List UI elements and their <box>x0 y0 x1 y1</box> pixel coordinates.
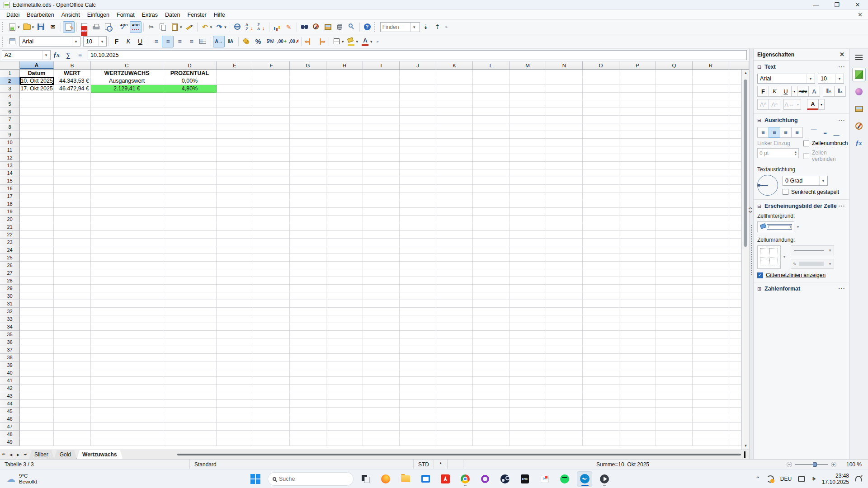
cell-F28[interactable] <box>253 277 290 285</box>
cell-O46[interactable] <box>583 415 619 423</box>
cell-A21[interactable] <box>20 223 54 231</box>
cell-P14[interactable] <box>619 169 656 177</box>
spotify-app[interactable] <box>557 471 572 487</box>
cell-Q43[interactable] <box>656 392 693 400</box>
cell-C28[interactable] <box>91 277 163 285</box>
column-header-R[interactable]: R <box>693 61 729 69</box>
cell-A32[interactable] <box>20 308 54 315</box>
cell-F43[interactable] <box>253 392 290 400</box>
cell-E45[interactable] <box>217 408 253 415</box>
cell-P27[interactable] <box>619 269 656 277</box>
cell-F11[interactable] <box>253 146 290 154</box>
cell-H25[interactable] <box>326 254 363 262</box>
cell-M6[interactable] <box>509 108 546 116</box>
cell-C22[interactable] <box>91 231 163 239</box>
cell-H23[interactable] <box>326 239 363 246</box>
cell-O36[interactable] <box>583 338 619 346</box>
cell-H20[interactable] <box>326 216 363 223</box>
cell-B13[interactable] <box>54 162 91 169</box>
cell-N25[interactable] <box>546 254 583 262</box>
cell-E48[interactable] <box>217 431 253 438</box>
cell-Q27[interactable] <box>656 269 693 277</box>
cell-F42[interactable] <box>253 385 290 392</box>
bold-button[interactable]: F <box>111 36 123 47</box>
cell-E12[interactable] <box>217 154 253 162</box>
cell-K35[interactable] <box>436 331 473 338</box>
cell-A11[interactable] <box>20 146 54 154</box>
cell-M19[interactable] <box>509 208 546 216</box>
cell-O15[interactable] <box>583 177 619 185</box>
cell-F2[interactable] <box>253 77 290 85</box>
cell-K14[interactable] <box>436 169 473 177</box>
formula-input[interactable] <box>88 51 746 60</box>
previous-sheet-button[interactable]: ◀ <box>7 450 14 459</box>
cell-J7[interactable] <box>400 116 436 123</box>
cell-I29[interactable] <box>363 285 400 292</box>
cell-M2[interactable] <box>509 77 546 85</box>
cell-B20[interactable] <box>54 216 91 223</box>
cell-K31[interactable] <box>436 300 473 308</box>
expand-icon[interactable]: ⊞ <box>757 286 763 292</box>
cell-O11[interactable] <box>583 146 619 154</box>
cell-I7[interactable] <box>363 116 400 123</box>
cell-H42[interactable] <box>326 385 363 392</box>
cell-K48[interactable] <box>436 431 473 438</box>
cell-D14[interactable] <box>163 169 217 177</box>
cell-B44[interactable] <box>54 400 91 408</box>
cell-P43[interactable] <box>619 392 656 400</box>
cell-E33[interactable] <box>217 315 253 323</box>
cell-F34[interactable] <box>253 323 290 331</box>
cell-R35[interactable] <box>693 331 729 338</box>
cell-J35[interactable] <box>400 331 436 338</box>
cell-M33[interactable] <box>509 315 546 323</box>
cell-J36[interactable] <box>400 338 436 346</box>
sidebar-bold-button[interactable]: F <box>757 86 769 97</box>
zoom-out-icon[interactable]: − <box>787 462 792 467</box>
cell-I5[interactable] <box>363 100 400 108</box>
cell-L49[interactable] <box>473 438 509 446</box>
cell-E43[interactable] <box>217 392 253 400</box>
cell-R34[interactable] <box>693 323 729 331</box>
shadow-button[interactable]: A <box>808 86 820 97</box>
cell-J17[interactable] <box>400 192 436 200</box>
cell-Q47[interactable] <box>656 423 693 431</box>
cell-H28[interactable] <box>326 277 363 285</box>
cell-O7[interactable] <box>583 116 619 123</box>
decrease-spacing-button[interactable]: ⦀a <box>834 86 846 97</box>
cell-N16[interactable] <box>546 185 583 192</box>
cell-O29[interactable] <box>583 285 619 292</box>
cell-K33[interactable] <box>436 315 473 323</box>
column-header-M[interactable]: M <box>509 61 546 69</box>
cell-I36[interactable] <box>363 338 400 346</box>
epic-games-app[interactable]: EPIC <box>517 471 533 487</box>
cell-K11[interactable] <box>436 146 473 154</box>
degrees-input[interactable] <box>783 178 819 184</box>
cell-P11[interactable] <box>619 146 656 154</box>
cell-A1[interactable]: Datum <box>20 70 54 77</box>
cell-K32[interactable] <box>436 308 473 315</box>
spacing-dropdown-icon[interactable]: ▾ <box>795 99 801 110</box>
cell-K29[interactable] <box>436 285 473 292</box>
cell-C39[interactable] <box>91 361 163 369</box>
cell-F45[interactable] <box>253 408 290 415</box>
cell-G9[interactable] <box>290 131 326 139</box>
cell-C8[interactable] <box>91 123 163 131</box>
toolbar-grip[interactable] <box>2 22 5 32</box>
cell-K7[interactable] <box>436 116 473 123</box>
cell-L23[interactable] <box>473 239 509 246</box>
column-header-C[interactable]: C <box>91 61 163 69</box>
cell-G10[interactable] <box>290 139 326 146</box>
cell-C16[interactable] <box>91 185 163 192</box>
cell-E29[interactable] <box>217 285 253 292</box>
cell-F38[interactable] <box>253 354 290 361</box>
insert-mode[interactable]: STD <box>414 460 434 469</box>
cell-D42[interactable] <box>163 385 217 392</box>
cell-H43[interactable] <box>326 392 363 400</box>
cell-C24[interactable] <box>91 246 163 254</box>
cell-R32[interactable] <box>693 308 729 315</box>
row-header-17[interactable]: 17 <box>0 192 20 200</box>
cut-button[interactable]: ✂ <box>146 21 157 33</box>
cell-N44[interactable] <box>546 400 583 408</box>
close-document-button[interactable]: ✕ <box>856 11 864 18</box>
cell-L4[interactable] <box>473 93 509 100</box>
